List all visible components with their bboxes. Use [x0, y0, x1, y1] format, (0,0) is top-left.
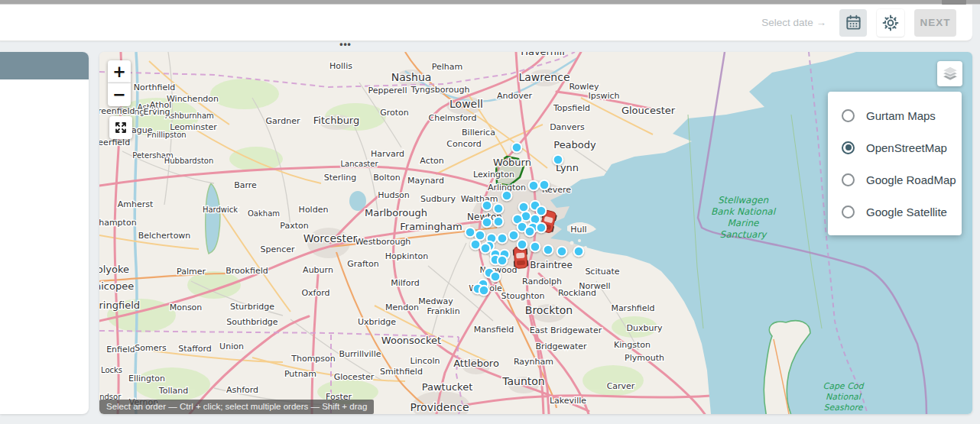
map-town-label: Randolph	[522, 277, 562, 286]
layer-option-google-roadmap[interactable]: Google RoadMap	[828, 163, 962, 196]
radio-selected-icon[interactable]	[842, 141, 855, 154]
map-town-label: Belchertown	[138, 231, 191, 241]
map-town-label: Norwell	[579, 281, 610, 291]
order-marker[interactable]	[574, 247, 584, 257]
order-marker[interactable]	[471, 240, 481, 250]
order-marker[interactable]	[518, 240, 527, 250]
toolbar: Select date →	[0, 5, 972, 41]
radio-icon[interactable]	[842, 173, 855, 186]
map-town-label: Duxbury	[627, 323, 663, 333]
map-town-label: Mansfield	[474, 325, 514, 335]
map-town-label: Framingham	[400, 221, 462, 232]
map-town-label: Ellington	[128, 374, 165, 384]
map-town-label: Locks	[101, 366, 122, 374]
map-town-label: Danvers	[550, 122, 585, 132]
order-marker[interactable]	[540, 180, 550, 190]
map-town-label: Springfield	[99, 299, 140, 311]
map-town-label: Westborough	[355, 237, 411, 247]
select-date-label: Select date →	[761, 17, 826, 28]
map-town-label: Hopkinton	[385, 251, 428, 261]
map-town-label: Woonsocket	[381, 335, 441, 346]
map-town-label: Haverhill	[521, 52, 565, 57]
map-town-label: Tyngsborough	[410, 85, 470, 95]
map-town-label: Enfield	[106, 345, 135, 354]
map-town-label: Leominster	[170, 122, 217, 132]
map-town-label: Barre	[234, 180, 257, 190]
map-town-label: Concord	[446, 139, 481, 149]
order-marker[interactable]	[531, 242, 540, 252]
map-town-label: Topsfield	[553, 103, 590, 113]
zoom-out-button[interactable]: −	[108, 83, 131, 106]
order-marker[interactable]	[491, 272, 501, 282]
map-town-label: Sudbury	[420, 194, 456, 204]
map-town-label: Holyoke	[99, 264, 129, 275]
order-marker[interactable]	[482, 201, 492, 211]
order-marker[interactable]	[553, 155, 563, 165]
map-town-label: Pelham	[432, 62, 463, 72]
map-area-label: Cape CodNationalSeashore	[823, 381, 865, 413]
order-marker[interactable]	[481, 244, 491, 254]
layer-option-google-satellite[interactable]: Google Satellite	[828, 196, 962, 228]
order-marker[interactable]	[482, 218, 492, 228]
drag-handle[interactable]: •••	[334, 39, 357, 51]
map-town-label: East Bridgewater	[530, 325, 602, 335]
settings-button[interactable]	[877, 9, 904, 37]
map-town-label: Spencer	[260, 244, 295, 254]
map-town-label: Fitchburg	[313, 115, 360, 126]
radio-icon[interactable]	[842, 109, 855, 122]
map-town-label: Putnam	[284, 369, 316, 379]
order-marker[interactable]	[494, 204, 504, 214]
order-marker[interactable]	[529, 181, 539, 191]
map-town-label: Marlborough	[365, 207, 427, 218]
map-town-label: Hubbardston	[164, 157, 214, 165]
map-town-label: Southbridge	[226, 317, 277, 327]
layer-option-label: Gurtam Maps	[866, 109, 936, 122]
map-town-label: Scituate	[585, 267, 619, 277]
next-button[interactable]: NEXT	[914, 9, 956, 37]
map-town-label: Kingston	[614, 340, 651, 350]
order-marker[interactable]	[509, 231, 519, 241]
map-town-label: Milford	[391, 278, 420, 288]
order-marker[interactable]	[475, 231, 485, 241]
map-town-label: Taunton	[501, 375, 545, 387]
radio-icon[interactable]	[842, 206, 855, 218]
order-marker[interactable]	[557, 247, 567, 257]
order-marker[interactable]	[512, 143, 522, 153]
map-town-label: Smithfield	[380, 367, 423, 377]
order-marker[interactable]	[525, 227, 535, 237]
layers-button[interactable]	[937, 61, 962, 86]
map[interactable]: StellwagenBank NationalMarineSanctuaryCa…	[99, 52, 972, 414]
layer-option-label: OpenStreetMap	[866, 141, 947, 154]
left-panel	[0, 52, 89, 414]
map-town-label: Monson	[170, 303, 203, 312]
map-town-label: Paxton	[280, 221, 308, 231]
map-town-label: Lincoln	[410, 356, 440, 366]
order-marker[interactable]	[502, 191, 512, 201]
map-town-label: Brockton	[525, 304, 573, 316]
layer-option-openstreetmap[interactable]: OpenStreetMap	[828, 131, 962, 163]
map-town-label: Lawrence	[518, 71, 570, 83]
order-marker[interactable]	[498, 234, 508, 244]
map-town-label: Acton	[420, 156, 443, 166]
order-marker[interactable]	[544, 245, 553, 255]
calendar-button[interactable]	[839, 9, 867, 37]
order-marker[interactable]	[519, 202, 529, 212]
map-town-label: Hudson	[378, 190, 410, 200]
map-town-label: Medway	[418, 296, 453, 306]
order-marker[interactable]	[537, 223, 547, 233]
layer-option-label: Google RoadMap	[866, 173, 956, 186]
map-town-label: Brookfield	[226, 266, 268, 276]
order-marker[interactable]	[537, 206, 547, 216]
map-town-label: Oakham	[248, 209, 280, 218]
zoom-in-button[interactable]: +	[108, 60, 131, 83]
map-town-label: Palmer	[177, 267, 206, 277]
order-marker[interactable]	[498, 256, 508, 266]
layer-option-gurtam-maps[interactable]: Gurtam Maps	[828, 99, 962, 131]
order-marker[interactable]	[466, 228, 475, 238]
order-marker[interactable]	[494, 217, 504, 227]
layer-option-label: Google Satellite	[866, 206, 947, 218]
map-town-label: Plymouth	[625, 353, 664, 363]
order-marker[interactable]	[479, 286, 489, 296]
fullscreen-button[interactable]	[109, 116, 132, 139]
map-town-label: Oxford	[301, 288, 329, 298]
